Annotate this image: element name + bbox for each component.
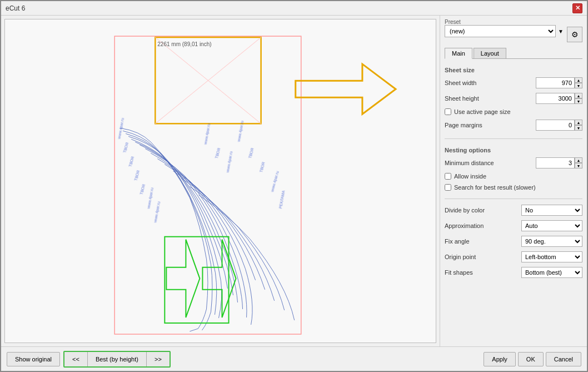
page-margins-label: Page margins (445, 122, 536, 128)
cancel-button[interactable]: Cancel (546, 352, 581, 366)
preset-dropdown-arrow[interactable]: ▼ (557, 27, 565, 36)
min-distance-down[interactable]: ▼ (575, 163, 582, 168)
sheet-size-title: Sheet size (445, 67, 582, 73)
divider-1 (445, 138, 582, 139)
title-bar-right: ✕ (572, 3, 582, 13)
fit-shapes-row: Fit shapes Bottom (best)TopLeftRight (445, 267, 582, 278)
approximation-select[interactable]: AutoManual (521, 220, 582, 231)
allow-inside-checkbox[interactable] (445, 173, 451, 180)
sheet-width-up[interactable]: ▲ (575, 77, 582, 83)
sheet-width-row: Sheet width ▲ ▼ (445, 77, 582, 88)
sheet-height-spinner: ▲ ▼ (575, 93, 582, 104)
search-best-row: Search for best result (slower) (445, 184, 582, 191)
use-active-page-label: Use active page size (454, 108, 511, 115)
sheet-height-input[interactable] (536, 93, 575, 104)
apply-button[interactable]: Apply (484, 352, 516, 366)
approximation-row: Approximation AutoManual (445, 220, 582, 231)
close-button[interactable]: ✕ (572, 3, 582, 13)
preset-select[interactable]: (new) (445, 25, 556, 37)
fix-angle-row: Fix angle 90 deg.45 deg.None (445, 236, 582, 247)
sheet-height-down[interactable]: ▼ (575, 98, 582, 104)
canvas-svg: 2261 mm (89,01 inch) (5, 19, 436, 343)
action-buttons: Apply OK Cancel (484, 352, 581, 366)
sheet-width-spinner: ▲ ▼ (575, 77, 582, 88)
navigation-group: << Best (by height) >> (63, 351, 171, 368)
window-title: eCut 6 (6, 4, 25, 12)
approximation-label: Approximation (445, 222, 521, 229)
fit-shapes-select[interactable]: Bottom (best)TopLeftRight (521, 267, 582, 278)
sheet-height-up[interactable]: ▲ (575, 93, 582, 98)
sheet-width-label: Sheet width (445, 80, 536, 86)
use-active-page-checkbox[interactable] (445, 108, 451, 115)
fit-shapes-label: Fit shapes (445, 269, 521, 276)
allow-inside-row: Allow inside (445, 173, 582, 180)
divide-by-color-label: Divide by color (445, 207, 521, 214)
sheet-width-down[interactable]: ▼ (575, 83, 582, 88)
page-margins-up[interactable]: ▲ (575, 120, 582, 125)
fix-angle-select[interactable]: 90 deg.45 deg.None (521, 236, 582, 247)
title-bar-left: eCut 6 (6, 4, 25, 12)
page-margins-row: Page margins ▲ ▼ (445, 120, 582, 131)
nav-prev-button[interactable]: << (64, 352, 88, 366)
use-active-page-row: Use active page size (445, 108, 582, 115)
min-distance-label: Minimum distance (445, 160, 536, 166)
origin-point-select[interactable]: Left-bottomLeft-topRight-bottom (521, 251, 582, 262)
gear-button[interactable]: ⚙ (567, 27, 582, 42)
origin-point-row: Origin point Left-bottomLeft-topRight-bo… (445, 251, 582, 262)
nav-next-button[interactable]: >> (147, 352, 170, 366)
main-window: eCut 6 ✕ 2261 mm (89,01 inch) (0, 0, 588, 372)
nav-best-button[interactable]: Best (by height) (88, 352, 147, 366)
divide-by-color-row: Divide by color NoYes (445, 205, 582, 216)
title-bar: eCut 6 ✕ (1, 1, 587, 16)
min-distance-spinner: ▲ ▼ (575, 157, 582, 168)
allow-inside-label: Allow inside (454, 173, 486, 180)
show-original-button[interactable]: Show original (7, 352, 60, 366)
sheet-width-input[interactable] (536, 77, 575, 88)
right-panel: Preset (new) ▼ ⚙ Main Layout Sheet size (440, 16, 587, 346)
sheet-height-label: Sheet height (445, 95, 536, 102)
min-distance-input[interactable] (536, 157, 575, 168)
origin-point-label: Origin point (445, 254, 521, 260)
page-margins-input[interactable] (536, 120, 575, 131)
divide-by-color-select[interactable]: NoYes (521, 205, 582, 216)
tab-layout[interactable]: Layout (474, 48, 506, 58)
preset-group: Preset (new) ▼ (445, 19, 565, 37)
search-best-label: Search for best result (slower) (454, 184, 536, 191)
divider-2 (445, 199, 582, 199)
min-distance-row: Minimum distance ▲ ▼ (445, 157, 582, 168)
sheet-height-row: Sheet height ▲ ▼ (445, 93, 582, 104)
preset-label: Preset (445, 19, 565, 25)
dimension-label: 2261 mm (89,01 inch) (157, 41, 211, 47)
search-best-checkbox[interactable] (445, 184, 451, 191)
ok-button[interactable]: OK (518, 352, 544, 366)
canvas-area: 2261 mm (89,01 inch) (4, 19, 436, 343)
nesting-options-title: Nesting options (445, 147, 582, 153)
page-margins-spinner: ▲ ▼ (575, 120, 582, 131)
min-distance-up[interactable]: ▲ (575, 157, 582, 163)
page-margins-down[interactable]: ▼ (575, 125, 582, 131)
bottom-bar: Show original << Best (by height) >> App… (1, 346, 587, 371)
svg-rect-0 (28, 19, 412, 343)
fix-angle-label: Fix angle (445, 238, 521, 245)
tab-main[interactable]: Main (445, 48, 472, 59)
content-area: 2261 mm (89,01 inch) (1, 16, 587, 346)
tabs-row: Main Layout (445, 48, 582, 59)
